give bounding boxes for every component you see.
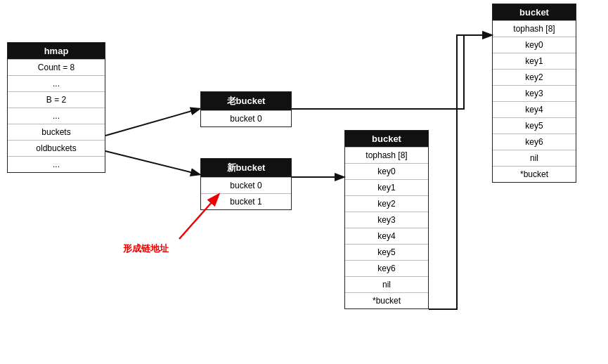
svg-line-1 [105, 109, 199, 136]
bm-row-3: key2 [345, 195, 428, 212]
bm-row-8: nil [345, 276, 428, 292]
bucket-right-header: bucket [493, 4, 576, 20]
new-bucket-row-0: bucket 0 [201, 177, 291, 193]
hmap-row-1: ... [8, 75, 105, 91]
bucket-middle-box: bucket tophash [8] key0 key1 key2 key3 k… [344, 130, 429, 309]
chain-label: 形成链地址 [123, 242, 169, 255]
bm-row-5: key4 [345, 228, 428, 244]
br-row-7: key6 [493, 134, 576, 150]
bm-row-1: key0 [345, 163, 428, 179]
br-row-6: key5 [493, 117, 576, 134]
diagram: hmap Count = 8 ... B = 2 ... buckets old… [0, 0, 608, 364]
old-bucket-header: 老bucket [201, 92, 291, 110]
hmap-box: hmap Count = 8 ... B = 2 ... buckets old… [7, 42, 105, 173]
br-row-5: key4 [493, 101, 576, 117]
hmap-row-2: B = 2 [8, 91, 105, 108]
hmap-row-0: Count = 8 [8, 59, 105, 75]
br-row-3: key2 [493, 69, 576, 85]
br-row-4: key3 [493, 85, 576, 101]
bm-row-6: key5 [345, 244, 428, 260]
bucket-right-box: bucket tophash [8] key0 key1 key2 key3 k… [492, 4, 576, 183]
br-row-1: key0 [493, 37, 576, 53]
hmap-row-6: ... [8, 156, 105, 172]
br-row-0: tophash [8] [493, 20, 576, 37]
br-row-9: *bucket [493, 166, 576, 182]
svg-line-0 [105, 151, 199, 174]
hmap-header: hmap [8, 43, 105, 59]
bm-row-9: *bucket [345, 292, 428, 308]
br-row-2: key1 [493, 53, 576, 69]
br-row-8: nil [493, 150, 576, 166]
old-bucket-box: 老bucket bucket 0 [200, 91, 292, 127]
hmap-row-3: ... [8, 108, 105, 124]
new-bucket-row-1: bucket 1 [201, 193, 291, 209]
hmap-row-5: oldbuckets [8, 140, 105, 156]
new-bucket-box: 新bucket bucket 0 bucket 1 [200, 158, 292, 210]
bm-row-0: tophash [8] [345, 147, 428, 163]
bucket-middle-header: bucket [345, 131, 428, 147]
hmap-row-4: buckets [8, 124, 105, 140]
old-bucket-row-0: bucket 0 [201, 110, 291, 126]
new-bucket-header: 新bucket [201, 159, 291, 177]
bm-row-2: key1 [345, 179, 428, 195]
bm-row-4: key3 [345, 212, 428, 228]
bm-row-7: key6 [345, 260, 428, 276]
